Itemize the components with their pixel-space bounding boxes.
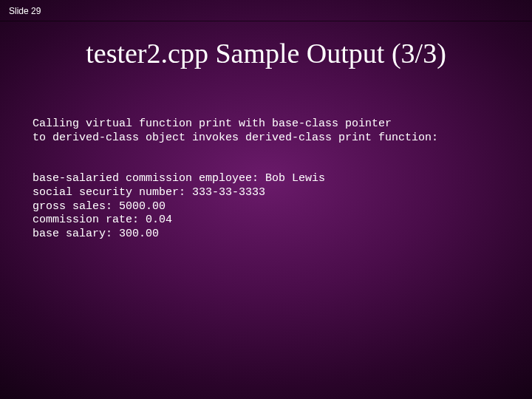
- output-line: commission rate: 0.04: [33, 214, 172, 226]
- output-line: social security number: 333-33-3333: [33, 186, 265, 199]
- sample-output-block: Calling virtual function print with base…: [33, 103, 499, 256]
- output-details: base-salaried commission employee: Bob L…: [33, 172, 499, 242]
- output-description: Calling virtual function print with base…: [33, 117, 499, 146]
- slide-number-label: Slide 29: [9, 6, 41, 16]
- output-line: gross sales: 5000.00: [33, 200, 166, 213]
- slide-title: tester2.cpp Sample Output (3/3): [0, 37, 532, 69]
- output-line: Calling virtual function print with base…: [33, 117, 392, 130]
- output-line: base-salaried commission employee: Bob L…: [33, 172, 325, 185]
- header-divider: [0, 21, 532, 21]
- output-line: to derived-class object invokes derived-…: [33, 132, 438, 144]
- output-line: base salary: 300.00: [33, 228, 159, 240]
